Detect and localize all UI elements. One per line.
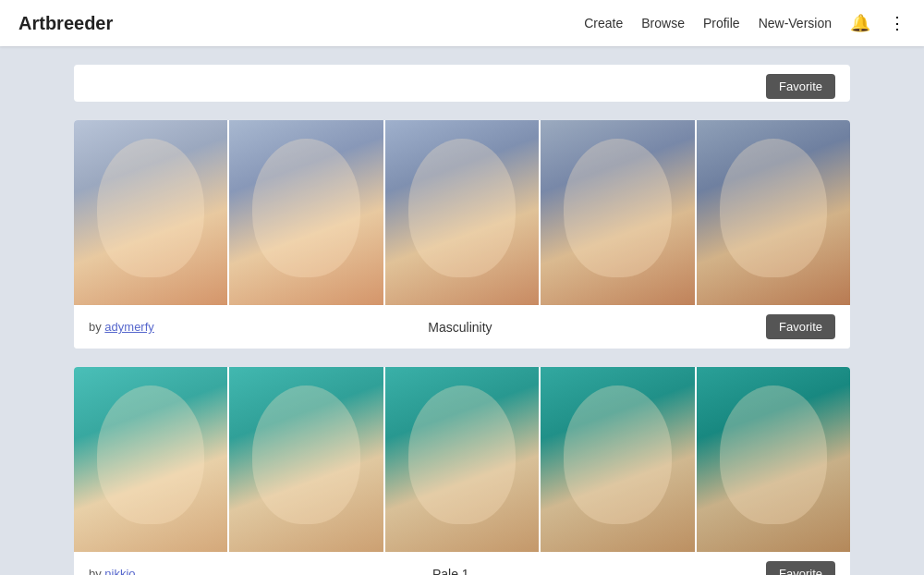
header: Artbreeder Create Browse Profile New-Ver…: [0, 0, 924, 46]
nav-browse[interactable]: Browse: [641, 16, 685, 31]
favorite-button-masculinity[interactable]: Favorite: [766, 314, 835, 339]
card-pale1-footer: by nikkio Pale 1 Favorite: [74, 552, 850, 575]
image-slot-2[interactable]: [227, 367, 383, 552]
card-pale1-images: [74, 367, 850, 552]
image-slot-1[interactable]: [74, 120, 227, 305]
author-line: by nikkio: [89, 567, 136, 575]
nav-create[interactable]: Create: [584, 16, 623, 31]
nav-new-version[interactable]: New-Version: [759, 16, 832, 31]
favorite-button-pale1[interactable]: Favorite: [766, 561, 835, 575]
notification-bell-icon[interactable]: 🔔: [850, 13, 870, 33]
partial-card: Favorite: [74, 65, 850, 102]
image-slot-3[interactable]: [383, 367, 539, 552]
author-link[interactable]: nikkio: [104, 567, 135, 575]
main-nav: Create Browse Profile New-Version 🔔 ⋮: [584, 13, 906, 33]
author-link[interactable]: adymerfy: [104, 320, 153, 334]
main-content: Favorite by adymerfy Masculinity Favorit…: [0, 46, 924, 575]
image-slot-5[interactable]: [695, 120, 850, 305]
partial-favorite-button[interactable]: Favorite: [766, 74, 835, 99]
card-masculinity-images: [74, 120, 850, 305]
card-masculinity-footer: by adymerfy Masculinity Favorite: [74, 305, 850, 349]
by-prefix: by: [89, 567, 104, 575]
image-slot-3[interactable]: [383, 120, 539, 305]
card-title: Pale 1: [432, 567, 469, 576]
image-slot-5[interactable]: [695, 367, 850, 552]
image-slot-1[interactable]: [74, 367, 227, 552]
image-slot-2[interactable]: [227, 120, 383, 305]
card-pale1: by nikkio Pale 1 Favorite: [74, 367, 850, 575]
menu-dots-icon[interactable]: ⋮: [889, 13, 906, 33]
card-masculinity: by adymerfy Masculinity Favorite: [74, 120, 850, 349]
partial-card-footer: Favorite: [74, 65, 850, 102]
image-slot-4[interactable]: [539, 367, 694, 552]
logo[interactable]: Artbreeder: [18, 13, 113, 34]
card-title: Masculinity: [428, 320, 492, 335]
image-slot-4[interactable]: [539, 120, 694, 305]
author-line: by adymerfy: [89, 320, 154, 334]
by-prefix: by: [89, 320, 104, 334]
nav-profile[interactable]: Profile: [703, 16, 740, 31]
